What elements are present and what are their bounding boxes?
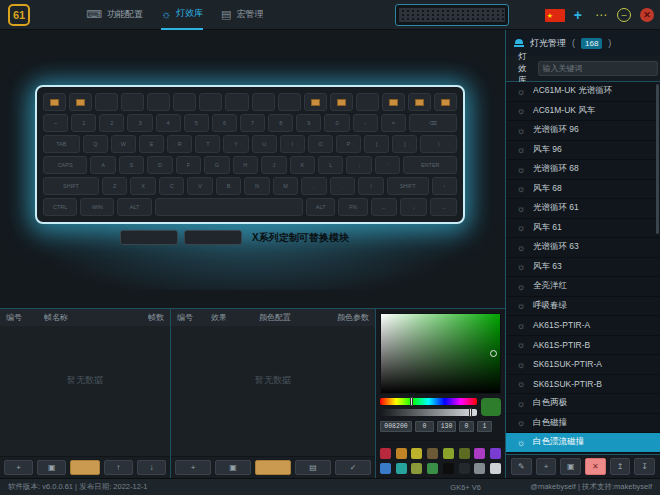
effect-list-item[interactable]: ☼SK61SUK-PTIR-B <box>506 375 660 395</box>
list-button[interactable]: ▤ <box>295 460 331 475</box>
key[interactable]: , <box>301 177 326 195</box>
device-thumbnail[interactable] <box>395 4 509 26</box>
key[interactable]: N <box>244 177 269 195</box>
color-swatch[interactable] <box>411 463 422 474</box>
color-swatch[interactable] <box>459 463 470 474</box>
effect-list-item[interactable]: ☼白色磁撞 <box>506 414 660 434</box>
add-button[interactable]: + <box>175 460 211 475</box>
key[interactable]: E <box>139 135 164 153</box>
effect-list-item[interactable]: ☼呼吸春绿 <box>506 297 660 317</box>
key[interactable]: ⌫ <box>409 114 457 132</box>
effect-list-item[interactable]: ☼白色两极 <box>506 394 660 414</box>
key[interactable]: = <box>381 114 406 132</box>
key[interactable]: SHIFT <box>43 177 99 195</box>
key[interactable]: I <box>280 135 305 153</box>
key[interactable]: ALT <box>306 198 335 216</box>
close-button[interactable]: ✕ <box>640 8 654 22</box>
edit-button[interactable]: ✎ <box>511 458 532 475</box>
color-swatch[interactable] <box>427 463 438 474</box>
key[interactable]: Y <box>223 135 248 153</box>
color-field-b[interactable] <box>459 421 474 432</box>
effect-list-item[interactable]: ☼光谱循环 63 <box>506 238 660 258</box>
tab-lighting[interactable]: ☼灯效库 <box>161 0 203 30</box>
key[interactable]: ; <box>346 156 371 174</box>
delete-button[interactable]: ✕ <box>585 458 606 475</box>
tab-features[interactable]: ⌨功能配置 <box>86 0 143 30</box>
key[interactable] <box>121 93 144 111</box>
key[interactable]: TAB <box>43 135 80 153</box>
effect-list-item[interactable]: ☼风车 68 <box>506 180 660 200</box>
key[interactable] <box>408 93 431 111</box>
key[interactable] <box>356 93 379 111</box>
effect-list-item[interactable]: ☼AK61S-PTIR-A <box>506 316 660 336</box>
key[interactable]: G <box>204 156 229 174</box>
key[interactable]: ALT <box>117 198 151 216</box>
key[interactable]: . <box>330 177 355 195</box>
key[interactable] <box>173 93 196 111</box>
search-input[interactable] <box>538 61 658 76</box>
effect-list-item[interactable]: ☼风车 61 <box>506 219 660 239</box>
effect-list-item[interactable]: ☼AC61M-UK 风车 <box>506 102 660 122</box>
add-button[interactable]: + <box>4 460 33 475</box>
key[interactable]: J <box>261 156 286 174</box>
color-swatch[interactable] <box>459 448 470 459</box>
move-up-button[interactable]: ↑ <box>104 460 133 475</box>
key[interactable]: FN <box>338 198 367 216</box>
key[interactable]: M <box>273 177 298 195</box>
key[interactable]: P <box>336 135 361 153</box>
color-swatch[interactable] <box>427 448 438 459</box>
effect-list-item[interactable]: ☼全亮洋红 <box>506 277 660 297</box>
scrollbar-thumb[interactable] <box>656 84 659 234</box>
effect-list-item[interactable]: ☼SK61SUK-PTIR-A <box>506 355 660 375</box>
color-swatch[interactable] <box>443 448 454 459</box>
apply-button[interactable] <box>255 460 291 475</box>
key[interactable]: 5 <box>184 114 209 132</box>
color-swatch[interactable] <box>490 448 501 459</box>
key[interactable] <box>199 93 222 111</box>
hue-slider[interactable] <box>380 398 477 405</box>
effect-list-item[interactable]: ☼光谱循环 96 <box>506 121 660 141</box>
effect-list-item[interactable]: ☼风车 63 <box>506 258 660 278</box>
key[interactable]: 7 <box>240 114 265 132</box>
key[interactable]: B <box>216 177 241 195</box>
key[interactable]: CAPS <box>43 156 87 174</box>
key[interactable]: 9 <box>296 114 321 132</box>
key[interactable]: W <box>111 135 136 153</box>
key[interactable]: [ <box>364 135 389 153</box>
key[interactable]: ↑ <box>432 177 457 195</box>
apply-button[interactable] <box>70 460 99 475</box>
key[interactable] <box>434 93 457 111</box>
key[interactable]: 8 <box>268 114 293 132</box>
move-down-button[interactable]: ↓ <box>137 460 166 475</box>
key[interactable] <box>382 93 405 111</box>
key[interactable]: T <box>195 135 220 153</box>
color-field-r[interactable] <box>415 421 434 432</box>
key[interactable] <box>95 93 118 111</box>
key[interactable]: WIN <box>80 198 114 216</box>
key[interactable] <box>252 93 275 111</box>
key[interactable]: V <box>187 177 212 195</box>
confirm-button[interactable]: ✓ <box>335 460 371 475</box>
brightness-slider-handle[interactable] <box>469 408 472 417</box>
color-swatch[interactable] <box>396 463 407 474</box>
color-swatch[interactable] <box>490 463 501 474</box>
key[interactable]: ENTER <box>403 156 457 174</box>
key[interactable]: Z <box>102 177 127 195</box>
key[interactable]: C <box>159 177 184 195</box>
copy-button[interactable]: ▣ <box>37 460 66 475</box>
more-menu-icon[interactable]: ⋯ <box>595 8 608 22</box>
effect-list-item[interactable]: ☼光谱循环 68 <box>506 160 660 180</box>
add-button[interactable]: + <box>536 458 557 475</box>
effect-list-item[interactable]: ☼光谱循环 61 <box>506 199 660 219</box>
color-swatch[interactable] <box>443 463 454 474</box>
key[interactable]: Q <box>83 135 108 153</box>
color-swatch[interactable] <box>380 463 391 474</box>
key[interactable]: ↓ <box>400 198 427 216</box>
copy-button[interactable]: ▣ <box>215 460 251 475</box>
key[interactable]: ← <box>371 198 398 216</box>
key[interactable]: → <box>430 198 457 216</box>
key[interactable]: ] <box>392 135 417 153</box>
color-swatch[interactable] <box>380 448 391 459</box>
tab-macro[interactable]: ▤宏管理 <box>221 0 263 30</box>
language-flag-icon[interactable]: ★ <box>545 9 565 22</box>
